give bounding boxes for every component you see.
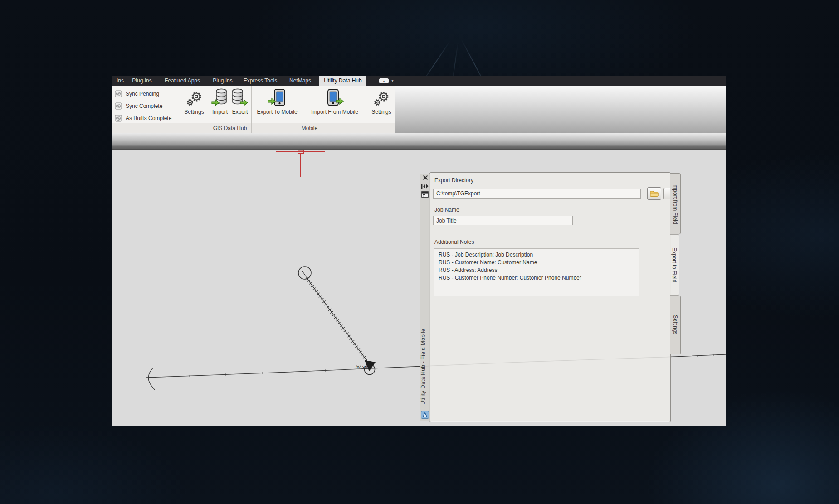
mobile-settings-button[interactable]: Settings <box>368 87 395 115</box>
additional-notes-list[interactable]: RUS - Job Description: Job Description R… <box>434 248 639 296</box>
kva-annotation: 8KVA <box>356 364 367 369</box>
import-button[interactable]: Import <box>210 87 230 115</box>
note-item: RUS - Customer Name: Customer Name <box>439 259 639 267</box>
settings-button[interactable]: Settings <box>181 87 207 115</box>
tab-featured-apps[interactable]: Featured Apps <box>160 76 205 86</box>
note-item: RUS - Address: Address <box>439 267 639 274</box>
folder-icon <box>650 190 659 197</box>
sync-pinwheel-icon <box>115 102 122 110</box>
job-name-label: Job Name <box>434 207 459 213</box>
additional-notes-label: Additional Notes <box>434 239 474 245</box>
export-button[interactable]: Export <box>230 87 250 115</box>
sync-complete-label: Sync Complete <box>126 103 162 109</box>
export-directory-label: Export Directory <box>434 177 473 184</box>
palette-tab-settings[interactable]: Settings <box>670 296 681 354</box>
service-drop <box>298 267 375 375</box>
sync-pending-label: Sync Pending <box>126 91 159 97</box>
palette-tab-label: Export to Field <box>671 247 678 282</box>
sync-complete-button[interactable]: Sync Complete <box>115 102 162 110</box>
sync-pinwheel-icon <box>115 115 122 122</box>
palette-tab-label: Import from Field <box>672 183 678 224</box>
sync-pending-button[interactable]: Sync Pending <box>115 90 159 97</box>
palette-panel <box>429 172 671 422</box>
properties-icon[interactable] <box>421 191 429 198</box>
as-builts-complete-label: As Builts Complete <box>126 115 171 121</box>
palette-tab-import-from-field[interactable]: Import from Field <box>670 173 681 234</box>
ribbon-minimize-control[interactable]: ▲ ▼ <box>379 76 394 86</box>
application-window: Ins Plug-ins Featured Apps Plug-ins Expr… <box>112 76 726 426</box>
database-export-icon <box>231 88 249 107</box>
group-label-mobile: Mobile <box>252 123 367 133</box>
note-item: RUS - Job Description: Job Description <box>439 251 639 259</box>
settings-label: Settings <box>181 109 207 115</box>
desktop-background: Ins Plug-ins Featured Apps Plug-ins Expr… <box>0 0 839 504</box>
phone-export-icon <box>268 88 287 107</box>
browse-folder-button[interactable] <box>647 187 661 200</box>
tab-express-tools[interactable]: Express Tools <box>239 76 281 86</box>
chevron-down-icon: ▼ <box>391 79 394 82</box>
gears-icon <box>373 90 390 107</box>
phone-import-icon <box>325 88 344 107</box>
note-item: RUS - Customer Phone Number: Customer Ph… <box>439 274 639 282</box>
tab-utility-data-hub[interactable]: Utility Data Hub <box>319 76 366 86</box>
gears-icon <box>185 90 203 107</box>
palette-title: Utility Data Hub - Field Mobile <box>420 321 429 412</box>
panel-sync: Sync Pending Sync Complete As Builts Com… <box>112 86 180 133</box>
export-directory-input[interactable]: C:\temp\TGExport <box>433 189 641 199</box>
auto-hide-icon[interactable] <box>421 183 429 189</box>
export-to-mobile-label: Export To Mobile <box>254 109 300 115</box>
import-from-mobile-button[interactable]: Import From Mobile <box>307 87 362 115</box>
tab-netmaps[interactable]: NetMaps <box>286 76 315 86</box>
database-import-icon <box>211 88 229 107</box>
export-to-mobile-button[interactable]: Export To Mobile <box>254 87 300 115</box>
job-name-input[interactable]: Job Title <box>433 216 573 225</box>
group-label-gis-data-hub: GIS Data Hub <box>208 123 252 133</box>
ribbon-tab-bar: Ins Plug-ins Featured Apps Plug-ins Expr… <box>112 76 726 86</box>
import-from-mobile-label: Import From Mobile <box>307 109 362 115</box>
ribbon-lower-gradient-band <box>112 133 726 150</box>
palette-tab-label: Settings <box>672 315 678 334</box>
autocad-logo-icon <box>421 411 429 419</box>
ribbon-background-gradient <box>395 86 726 133</box>
import-label: Import <box>210 109 230 115</box>
tab-plug-ins-2[interactable]: Plug-ins <box>209 76 237 86</box>
sync-pinwheel-icon <box>115 90 122 97</box>
utility-data-hub-palette: Utility Data Hub - Field Mobile Export D… <box>420 172 682 422</box>
tab-plug-ins[interactable]: Plug-ins <box>128 76 156 86</box>
panel-settings-2: Settings <box>367 86 395 133</box>
red-symbol <box>276 150 325 177</box>
ribbon-minimize-icon: ▲ <box>379 78 389 83</box>
close-icon[interactable] <box>422 174 429 181</box>
ribbon: Sync Pending Sync Complete As Builts Com… <box>112 86 395 133</box>
export-label: Export <box>230 109 250 115</box>
mobile-settings-label: Settings <box>368 109 395 115</box>
tab-ins[interactable]: Ins <box>113 76 127 86</box>
palette-tab-export-to-field[interactable]: Export to Field <box>670 234 679 296</box>
panel-settings: Settings <box>180 86 208 133</box>
as-builts-complete-button[interactable]: As Builts Complete <box>115 114 171 122</box>
